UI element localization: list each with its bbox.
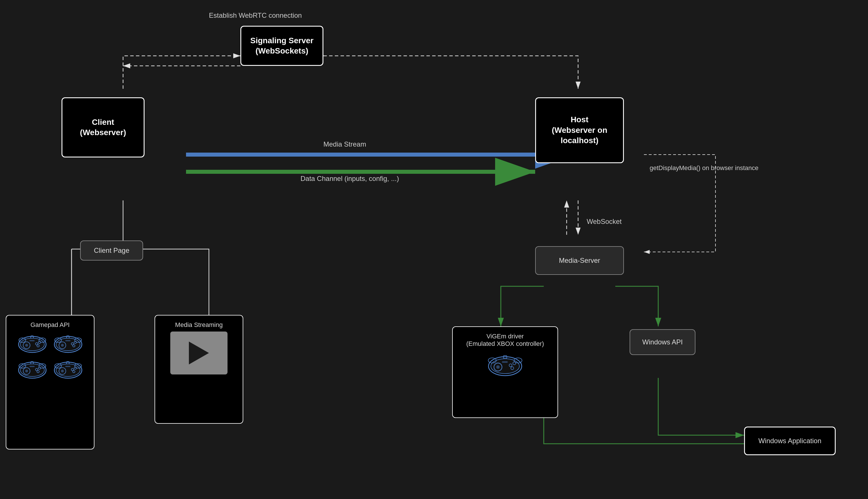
media-stream-label: Media Stream (323, 140, 366, 148)
svg-rect-34 (29, 366, 35, 367)
client-page-label: Client Page (94, 246, 129, 255)
gamepad-api-box: Gamepad API (6, 315, 95, 449)
client-page-box: Client Page (80, 241, 143, 260)
svg-rect-45 (65, 366, 71, 367)
establish-webrtc-label: Establish WebRTC connection (209, 11, 302, 20)
vigem-gamepad-icon (486, 350, 524, 376)
signaling-server-label: Signaling Server (WebSockets) (250, 36, 314, 57)
media-server-label: Media-Server (559, 256, 600, 265)
play-icon (189, 342, 209, 364)
signaling-server-box: Signaling Server (WebSockets) (240, 26, 323, 66)
play-button-area (170, 331, 227, 375)
svg-point-52 (496, 365, 500, 369)
gamepad-api-label: Gamepad API (30, 321, 70, 329)
gamepad-icon-4 (52, 357, 84, 379)
host-label: Host (Webserver on localhost) (552, 114, 607, 146)
svg-point-39 (56, 364, 80, 376)
media-server-box: Media-Server (535, 246, 624, 275)
svg-point-17 (56, 338, 80, 351)
client-label: Client (Webserver) (80, 117, 126, 138)
vigem-label: ViGEm driver (Emulated XBOX controller) (466, 333, 544, 348)
data-channel-label: Data Channel (inputs, config, ...) (300, 175, 399, 183)
svg-point-28 (20, 364, 44, 376)
gamepad-icon-2 (52, 331, 84, 353)
svg-rect-12 (29, 340, 35, 341)
windows-api-label: Windows API (642, 338, 683, 346)
client-box: Client (Webserver) (62, 97, 145, 157)
host-box: Host (Webserver on localhost) (535, 97, 624, 163)
windows-api-box: Windows API (630, 329, 695, 355)
websocket-label: WebSocket (587, 218, 622, 226)
media-streaming-label: Media Streaming (175, 321, 223, 329)
get-display-media-label: getDisplayMedia() on browser instance (650, 163, 758, 173)
svg-point-19 (61, 344, 64, 347)
svg-point-30 (25, 369, 28, 373)
gamepad-icon-3 (16, 357, 48, 379)
svg-rect-56 (502, 361, 508, 363)
vigem-box: ViGEm driver (Emulated XBOX controller) (452, 326, 558, 418)
svg-point-8 (25, 344, 28, 347)
svg-point-6 (20, 338, 44, 351)
svg-point-41 (61, 369, 64, 373)
gamepad-icon-1 (16, 331, 48, 353)
windows-application-box: Windows Application (744, 427, 836, 455)
gamepad-grid (16, 331, 84, 379)
media-streaming-box: Media Streaming (154, 315, 243, 424)
windows-application-label: Windows Application (758, 436, 821, 445)
svg-point-50 (491, 359, 519, 374)
diagram-container: Signaling Server (WebSockets) Establish … (0, 0, 868, 499)
svg-rect-23 (65, 340, 71, 341)
